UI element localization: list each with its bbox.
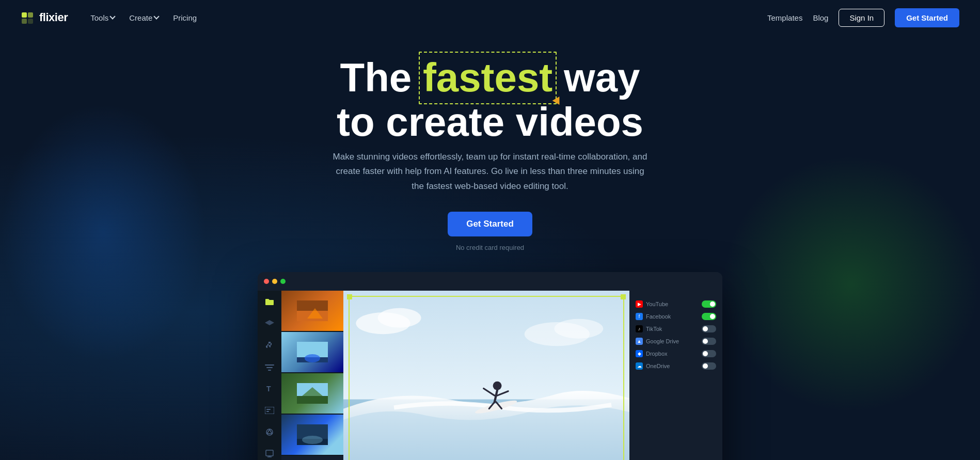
sidebar-text-icon[interactable]: T [263, 383, 276, 395]
create-chevron-icon [154, 13, 160, 19]
svg-rect-21 [297, 396, 328, 404]
publish-item-tiktok: ♪ TikTok [636, 323, 716, 335]
editor-top-bar [258, 272, 722, 291]
sidebar-shapes-icon[interactable] [263, 426, 276, 438]
nav-create[interactable]: Create [123, 9, 165, 26]
nav-tools[interactable]: Tools [84, 9, 121, 26]
editor-publish-panel: ▶ YouTube f Facebook [629, 291, 722, 460]
tiktok-icon: ♪ [636, 325, 643, 332]
svg-rect-10 [266, 411, 269, 412]
svg-rect-6 [268, 370, 271, 371]
dropbox-toggle[interactable] [702, 350, 716, 357]
editor-mockup: T [258, 272, 722, 460]
publish-item-gdrive: ▲ Google Drive [636, 335, 716, 347]
nav-menu: Tools Create Pricing [84, 9, 203, 26]
onedrive-icon: ☁ [636, 362, 643, 370]
hero-title-line2: to create videos [337, 99, 643, 145]
svg-rect-1 [28, 12, 33, 18]
video-frame [343, 291, 629, 460]
nav-blog[interactable]: Blog [813, 13, 828, 22]
svg-marker-12 [267, 430, 272, 434]
svg-point-33 [555, 319, 604, 339]
editor-media-panel [281, 291, 343, 460]
facebook-toggle[interactable] [702, 313, 716, 320]
svg-rect-4 [265, 364, 274, 366]
gdrive-toggle[interactable] [702, 338, 716, 345]
media-thumbnail-4[interactable] [281, 415, 343, 456]
window-maximize-dot [280, 279, 286, 284]
youtube-icon: ▶ [636, 300, 643, 308]
hero-title-after: way [552, 55, 640, 100]
video-content [343, 291, 629, 460]
sidebar-export-icon[interactable] [263, 448, 276, 460]
nav-left: flixier Tools Create Pricing [21, 9, 203, 26]
publish-item-facebook: f Facebook [636, 310, 716, 323]
media-thumbnail-3[interactable] [281, 373, 343, 415]
hero-highlight-word: fastest [423, 56, 552, 100]
nav-pricing[interactable]: Pricing [167, 9, 203, 26]
hero-title: The fastest way to create videos [337, 56, 643, 145]
sidebar-caption-icon[interactable] [263, 404, 276, 417]
window-minimize-dot [272, 279, 277, 284]
tools-chevron-icon [110, 13, 116, 19]
no-credit-text: No credit card required [456, 244, 524, 251]
editor-sidebar: T [258, 291, 281, 460]
getstarted-hero-button[interactable]: Get Started [448, 212, 532, 236]
editor-body: T [258, 291, 722, 460]
window-close-dot [264, 279, 269, 284]
hero-subtitle: Make stunning videos effortlessly, team … [330, 150, 650, 195]
hero-title-before: The [340, 55, 423, 100]
publish-item-dropbox: ◆ Dropbox [636, 347, 716, 360]
media-thumbnail-1[interactable] [281, 291, 343, 332]
publish-item-onedrive: ☁ OneDrive [636, 360, 716, 372]
tiktok-toggle[interactable] [702, 325, 716, 332]
hero-section: The fastest way to create videos Make st… [0, 35, 980, 460]
svg-rect-5 [266, 367, 273, 368]
publish-item-youtube: ▶ YouTube [636, 298, 716, 310]
nav-templates[interactable]: Templates [767, 13, 802, 22]
svg-point-25 [302, 436, 323, 444]
media-thumbnail-2[interactable] [281, 332, 343, 373]
svg-text:T: T [266, 385, 271, 393]
svg-rect-9 [266, 409, 271, 410]
editor-shell: T [258, 272, 722, 460]
navbar: flixier Tools Create Pricing Templates B… [0, 0, 980, 35]
svg-rect-8 [265, 407, 274, 414]
nav-right: Templates Blog Sign In Get Started [767, 8, 959, 27]
brand-name: flixier [39, 11, 68, 24]
gdrive-icon: ▲ [636, 338, 643, 345]
svg-point-31 [377, 308, 421, 328]
logo[interactable]: flixier [21, 10, 68, 25]
svg-point-19 [305, 354, 320, 362]
getstarted-nav-button[interactable]: Get Started [895, 8, 959, 27]
sidebar-music-icon[interactable] [263, 339, 276, 352]
svg-point-29 [493, 382, 502, 390]
signin-button[interactable]: Sign In [839, 9, 884, 27]
facebook-icon: f [636, 313, 643, 320]
sidebar-layers-icon[interactable] [263, 318, 276, 330]
sidebar-folder-icon[interactable] [263, 296, 276, 308]
dropbox-icon: ◆ [636, 350, 643, 357]
logo-icon [21, 10, 35, 25]
youtube-toggle[interactable] [702, 300, 716, 308]
sidebar-filter-icon[interactable] [263, 361, 276, 373]
svg-rect-2 [22, 19, 27, 24]
editor-canvas [343, 291, 629, 460]
svg-rect-13 [266, 450, 273, 456]
svg-rect-3 [28, 19, 33, 24]
svg-rect-0 [22, 12, 27, 18]
onedrive-toggle[interactable] [702, 362, 716, 370]
